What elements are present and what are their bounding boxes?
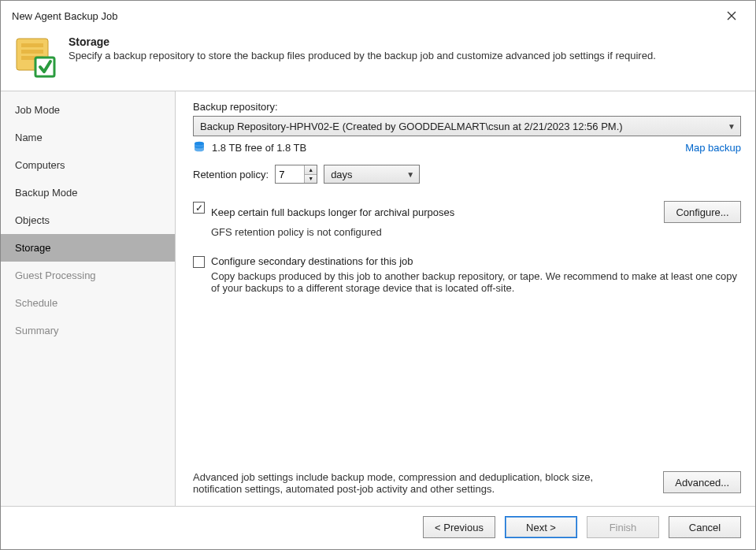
chevron-down-icon: ▼ <box>406 170 414 179</box>
keep-full-backups-checkbox[interactable]: ✓ <box>193 202 205 214</box>
previous-button[interactable]: < Previous <box>423 516 495 538</box>
gfs-status-text: GFS retention policy is not configured <box>211 226 741 238</box>
retention-value-spinner[interactable]: ▲ ▼ <box>275 165 317 184</box>
gfs-configure-button[interactable]: Configure... <box>664 201 741 223</box>
keep-full-backups-label: Keep certain full backups longer for arc… <box>211 206 454 218</box>
database-icon <box>193 141 206 154</box>
close-button[interactable] <box>716 5 747 27</box>
wizard-steps-sidebar: Job Mode Name Computers Backup Mode Obje… <box>1 91 176 506</box>
svg-rect-2 <box>21 50 43 54</box>
secondary-destinations-label: Configure secondary destinations for thi… <box>211 255 413 267</box>
wizard-header: Storage Specify a backup repository to s… <box>1 26 755 91</box>
map-backup-link[interactable]: Map backup <box>685 142 741 154</box>
window-title: New Agent Backup Job <box>12 10 117 22</box>
step-subtitle: Specify a backup repository to store the… <box>69 50 656 61</box>
sidebar-item-name[interactable]: Name <box>1 124 175 151</box>
retention-value-input[interactable] <box>276 165 304 183</box>
sidebar-item-objects[interactable]: Objects <box>1 206 175 234</box>
retention-unit-value: days <box>331 169 352 180</box>
sidebar-item-schedule[interactable]: Schedule <box>1 289 175 317</box>
backup-repository-value: Backup Repository-HPHV02-E (Created by G… <box>200 121 623 132</box>
free-space-text: 1.8 TB free of 1.8 TB <box>212 142 306 154</box>
advanced-settings-hint: Advanced job settings include backup mod… <box>193 471 602 495</box>
finish-button[interactable]: Finish <box>587 516 659 538</box>
backup-repository-select[interactable]: Backup Repository-HPHV02-E (Created by G… <box>193 116 741 136</box>
chevron-down-icon: ▼ <box>728 122 736 131</box>
sidebar-item-storage[interactable]: Storage <box>1 234 175 262</box>
retention-unit-select[interactable]: days ▼ <box>324 165 420 184</box>
spinner-up-button[interactable]: ▲ <box>305 165 317 175</box>
storage-step-icon <box>13 34 57 78</box>
spinner-down-button[interactable]: ▼ <box>305 175 317 184</box>
cancel-button[interactable]: Cancel <box>669 516 741 538</box>
step-title: Storage <box>69 35 656 48</box>
secondary-destinations-checkbox[interactable] <box>193 256 205 268</box>
close-icon <box>727 11 736 20</box>
sidebar-item-backup-mode[interactable]: Backup Mode <box>1 179 175 206</box>
title-bar: New Agent Backup Job <box>1 1 755 26</box>
sidebar-item-computers[interactable]: Computers <box>1 151 175 179</box>
step-content: Backup repository: Backup Repository-HPH… <box>176 91 755 506</box>
sidebar-item-job-mode[interactable]: Job Mode <box>1 96 175 124</box>
advanced-button[interactable]: Advanced... <box>663 471 741 493</box>
svg-rect-1 <box>21 43 43 47</box>
next-button[interactable]: Next > <box>505 516 577 538</box>
sidebar-item-summary[interactable]: Summary <box>1 317 175 344</box>
sidebar-item-guest-processing[interactable]: Guest Processing <box>1 262 175 289</box>
backup-repository-label: Backup repository: <box>193 101 741 113</box>
secondary-destinations-hint: Copy backups produced by this job to ano… <box>211 270 741 294</box>
retention-policy-label: Retention policy: <box>193 169 269 180</box>
wizard-footer: < Previous Next > Finish Cancel <box>1 506 755 549</box>
